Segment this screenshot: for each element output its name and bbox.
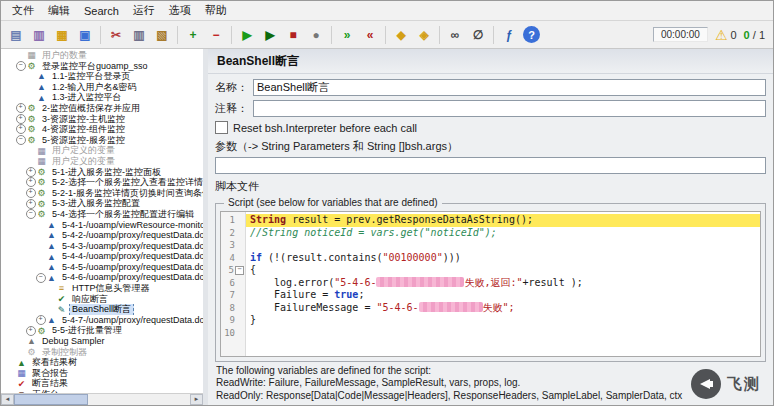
tree-item[interactable]: 断言结果 <box>1 378 203 389</box>
tree-item[interactable]: −5-4-选择一个服务监控配置进行编辑 <box>1 209 203 220</box>
search-reset-icon[interactable]: ∅ <box>467 24 489 46</box>
tree-item[interactable]: 5-4-1-/uoamp/viewResource-monitor... <box>1 220 203 231</box>
tree-item[interactable]: −登录监控平台guoamp_sso <box>1 61 203 72</box>
scrollbar-thumb[interactable] <box>14 394 88 405</box>
remote-start-all-icon[interactable]: » <box>336 24 358 46</box>
remote-stop-all-icon[interactable]: « <box>359 24 381 46</box>
tree-toggle[interactable]: − <box>15 135 26 145</box>
open-file-icon[interactable]: ▦ <box>51 24 73 46</box>
tree-toggle[interactable]: − <box>15 61 26 71</box>
tree-item[interactable]: 响应断言 <box>1 294 203 305</box>
tree-toggle[interactable]: + <box>15 103 26 113</box>
tree-toggle[interactable]: + <box>25 326 36 336</box>
tree-item[interactable]: +5-5-进行批量管理 <box>1 325 203 336</box>
tree-toggle[interactable]: + <box>25 167 36 177</box>
clear-icon[interactable]: ◆ <box>390 24 412 46</box>
tree-toggle[interactable]: − <box>25 209 36 219</box>
tree-item[interactable]: 录制控制器 <box>1 347 203 358</box>
help-icon[interactable]: ? <box>523 26 540 43</box>
tree-item[interactable]: 5-4-4-/uoamp/proxy/requestData.do-... <box>1 251 203 262</box>
stop-icon[interactable]: ■ <box>282 24 304 46</box>
collapse-tree-icon[interactable]: − <box>205 24 227 46</box>
copy-icon[interactable]: ▥ <box>128 24 150 46</box>
menu-item[interactable]: 帮助 <box>198 2 234 19</box>
tree-toggle[interactable]: + <box>35 315 46 325</box>
tree-item[interactable]: Debug Sampler <box>1 336 203 347</box>
tree-horizontal-scrollbar[interactable]: ◄ ► <box>1 393 203 405</box>
tree-toggle[interactable]: + <box>15 114 26 124</box>
code-token: true <box>334 289 358 300</box>
tree[interactable]: 用户的数量−登录监控平台guoamp_sso1.1-监控平台登录页1.2-输入用… <box>1 49 203 393</box>
tree-item[interactable]: 5-4-3-/uoamp/proxy/requestData.do-... <box>1 241 203 252</box>
parameters-input[interactable] <box>215 157 766 174</box>
function-helper-icon[interactable]: ƒ <box>498 24 520 46</box>
tree-item[interactable]: 察看结果树 <box>1 357 203 368</box>
templates-icon[interactable]: ▥ <box>28 24 50 46</box>
paste-icon[interactable]: ▧ <box>151 24 173 46</box>
editor-code[interactable]: String result = prev.getResponseDataAsSt… <box>246 212 760 356</box>
fold-collapse-icon[interactable]: − <box>235 266 244 275</box>
cut-icon[interactable]: ✂ <box>105 24 127 46</box>
tree-item[interactable]: 5-4-5-/uoamp/proxy/requestData.do-... <box>1 262 203 273</box>
tree-item-label: 5-1-进入服务监控-监控面板 <box>49 167 164 178</box>
tree-item[interactable]: −5-资源监控-服务监控 <box>1 135 203 146</box>
tree-item[interactable]: BeanShell断言 <box>1 304 203 315</box>
menu-item[interactable]: 选项 <box>162 2 198 19</box>
comment-input[interactable] <box>253 100 766 117</box>
toolbar-separator <box>331 26 332 44</box>
search-icon[interactable]: ∞ <box>444 24 466 46</box>
req-icon <box>46 262 57 272</box>
tree-item-label: 5-2-1-服务监控详情页切换时间查询条件 <box>49 188 203 199</box>
expand-tree-icon[interactable]: + <box>182 24 204 46</box>
name-input[interactable] <box>253 79 766 96</box>
code-line: { <box>246 264 760 277</box>
tree-item[interactable]: HTTP信息头管理器 <box>1 283 203 294</box>
tree-toggle[interactable]: + <box>15 124 26 134</box>
tree-item[interactable]: −5-4-6-/uoamp/proxy/requestData.do-... <box>1 272 203 283</box>
code-token: if <box>250 252 262 263</box>
scroll-right-arrow[interactable]: ► <box>190 394 203 405</box>
tree-item-label: 断言结果 <box>29 378 71 389</box>
tree-toggle[interactable]: + <box>25 188 36 198</box>
menu-item[interactable]: 运行 <box>126 2 162 19</box>
reset-interpreter-checkbox[interactable] <box>215 121 228 134</box>
tree-item[interactable]: +5-2-1-服务监控详情页切换时间查询条件 <box>1 188 203 199</box>
menu-item[interactable]: Search <box>77 4 126 18</box>
log-warning-indicator[interactable]: ⚠ 0 <box>715 28 737 42</box>
tree-item[interactable]: 聚合报告 <box>1 368 203 379</box>
scroll-left-arrow[interactable]: ◄ <box>1 394 14 405</box>
shutdown-icon[interactable]: ● <box>305 24 327 46</box>
start-no-pauses-icon[interactable]: ▶ <box>259 24 281 46</box>
tree-item[interactable]: +4-资源监控-组件监控 <box>1 124 203 135</box>
tree-toggle[interactable]: − <box>35 273 46 283</box>
clear-all-icon[interactable]: ◈ <box>413 24 435 46</box>
menu-item[interactable]: 文件 <box>5 2 41 19</box>
tree-item[interactable]: 用户的数量 <box>1 50 203 61</box>
tree-item[interactable]: 用户定义的变量 <box>1 156 203 167</box>
tree-item-label: 录制控制器 <box>39 347 90 358</box>
tree-item[interactable]: +5-2-选择一个服务监控入查看监控详情 <box>1 177 203 188</box>
name-label: 名称： <box>215 80 248 95</box>
menu-item[interactable]: 编辑 <box>41 2 77 19</box>
start-icon[interactable]: ▶ <box>236 24 258 46</box>
tree-item[interactable]: +5-3-进入服务监控配置 <box>1 198 203 209</box>
tree-toggle[interactable]: + <box>25 177 36 187</box>
tree-item[interactable]: 1.2-输入用户名&密码 <box>1 82 203 93</box>
tree-item[interactable]: 1.3-进入监控平台 <box>1 92 203 103</box>
scrollbar-track[interactable] <box>14 394 190 405</box>
tree-item[interactable]: 1.1-监控平台登录页 <box>1 71 203 82</box>
req-icon <box>36 93 47 103</box>
tree-item[interactable]: +5-1-进入服务监控-监控面板 <box>1 167 203 178</box>
script-editor[interactable]: 12345−678910 String result = prev.getRes… <box>220 211 761 357</box>
tree-toggle[interactable]: + <box>25 199 36 209</box>
tree-item-label: 聚合报告 <box>29 368 71 379</box>
tree-item[interactable]: +3-资源监控-主机监控 <box>1 114 203 125</box>
tree-item[interactable]: +5-4-7-/uoamp/proxy/requestData.do-... <box>1 315 203 326</box>
tree-item[interactable]: 5-4-2-/uoamp/proxy/requestData.do-... <box>1 230 203 241</box>
toolbar-separator <box>493 26 494 44</box>
tree-item[interactable]: +2-监控值概括保存并应用 <box>1 103 203 114</box>
req-icon <box>46 241 57 251</box>
save-icon[interactable]: ▣ <box>74 24 96 46</box>
tree-item[interactable]: 用户定义的变量 <box>1 145 203 156</box>
new-file-icon[interactable]: ▤ <box>5 24 27 46</box>
